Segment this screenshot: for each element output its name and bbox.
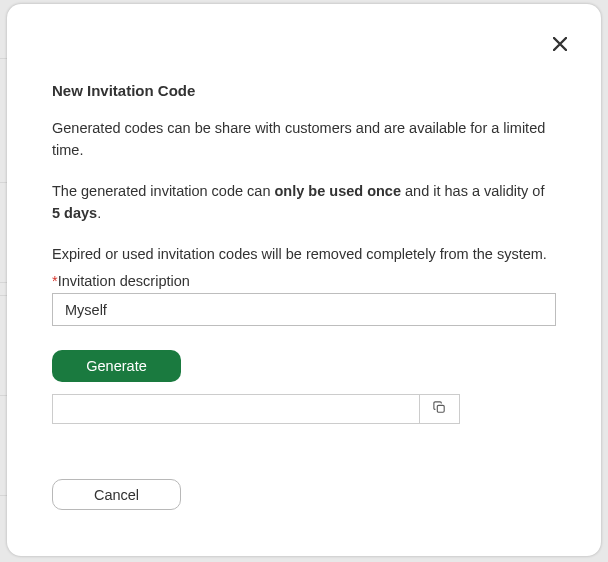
description-label-row: *Invitation description <box>52 273 556 289</box>
cancel-button[interactable]: Cancel <box>52 479 181 510</box>
usage-once: only be used once <box>274 183 401 199</box>
usage-post: . <box>97 205 101 221</box>
modal-title: New Invitation Code <box>52 82 556 99</box>
expire-text: Expired or used invitation codes will be… <box>52 243 556 265</box>
copy-code-button[interactable] <box>419 395 459 423</box>
intro-text: Generated codes can be share with custom… <box>52 117 556 162</box>
usage-pre: The generated invitation code can <box>52 183 274 199</box>
description-label: Invitation description <box>58 273 190 289</box>
usage-text: The generated invitation code can only b… <box>52 180 556 225</box>
invitation-description-input[interactable] <box>52 293 556 326</box>
svg-rect-0 <box>437 406 444 413</box>
close-icon <box>553 37 567 54</box>
usage-days: 5 days <box>52 205 97 221</box>
generate-button[interactable]: Generate <box>52 350 181 382</box>
usage-mid: and it has a validity of <box>401 183 544 199</box>
generated-code-row <box>52 394 460 424</box>
copy-icon <box>432 400 447 418</box>
generated-code-field[interactable] <box>53 395 419 423</box>
close-button[interactable] <box>547 32 573 58</box>
new-invitation-code-modal: New Invitation Code Generated codes can … <box>7 4 601 556</box>
